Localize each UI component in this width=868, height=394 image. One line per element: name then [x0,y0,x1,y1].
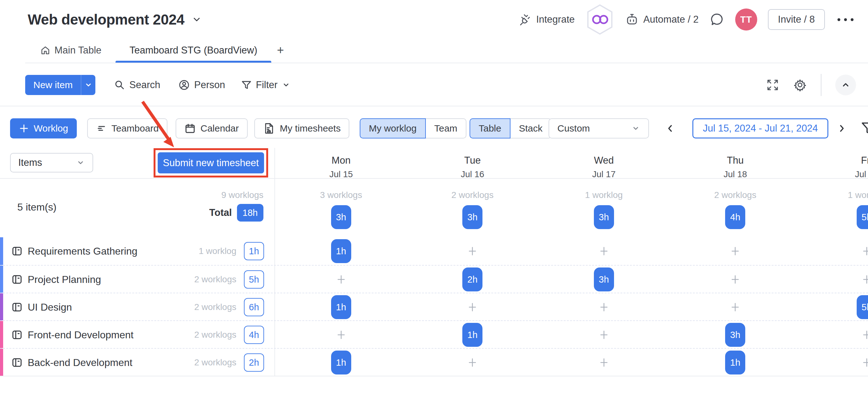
table-row[interactable]: Back-end Development 2 worklogs 2h 1h 1h [0,348,868,376]
add-worklog-icon [861,274,868,285]
worklog-cell[interactable] [275,266,407,293]
worklog-cell[interactable] [801,349,868,376]
new-item-caret[interactable] [81,75,95,95]
settings-gear-icon[interactable] [793,78,807,92]
worklog-cell[interactable] [670,266,801,293]
worklog-cell[interactable] [670,293,801,321]
worklog-cell[interactable]: 3h [670,321,801,349]
integration-badge[interactable] [585,4,614,35]
item-rows: Requirements Gathering 1 worklog 1h 1h P… [0,237,868,376]
next-week-button[interactable] [835,121,848,135]
teamboard-view-button[interactable]: Teamboard [87,118,167,139]
worklog-cell[interactable]: 1h [275,349,407,376]
table-row[interactable]: Project Planning 2 worklogs 5h 2h 3h [0,265,868,293]
avatar-initials: TT [740,14,752,25]
invite-button[interactable]: Invite / 8 [768,9,825,30]
date-range-picker[interactable]: Jul 15, 2024 - Jul 21, 2024 [692,118,828,139]
worklog-cell[interactable] [538,321,670,349]
board-toolbar: New item Search Person Filter [0,69,868,106]
more-options-icon[interactable] [836,18,856,21]
calendar-view-button[interactable]: Calendar [176,118,248,139]
worklog-cell[interactable]: 1h [670,349,801,376]
tabs-divider [25,63,868,63]
add-worklog-icon [598,329,610,340]
item-worklog-count: 2 worklogs [194,358,236,368]
item-total-badge[interactable]: 4h [244,326,264,344]
scope-team[interactable]: Team [426,118,466,139]
worklog-cell[interactable]: 1h [275,293,407,321]
integrate-button[interactable]: Integrate [519,13,575,26]
tab-main-table[interactable]: Main Table [40,45,101,56]
chevron-down-icon [282,81,290,89]
tab-board-view[interactable]: Teamboard STG (BoardView) [116,45,271,56]
my-timesheets-button[interactable]: My timesheets [254,118,349,139]
day-headers: MonJul 15 TueJul 16 WedJul 17 ThuJul 18 … [275,148,868,179]
worklog-cell[interactable] [407,293,538,321]
fullscreen-icon[interactable] [766,78,779,92]
item-name[interactable]: Requirements Gathering [28,245,137,257]
day-header: TueJul 16 [407,148,538,179]
collapse-header-button[interactable] [835,74,856,95]
search-button[interactable]: Search [114,75,160,95]
item-name[interactable]: Project Planning [28,274,101,285]
board-title-wrap[interactable]: Web development 2024 [28,11,202,28]
tab-main-table-label: Main Table [55,45,101,56]
total-hours-badge: 18h [237,204,264,221]
scope-my-worklog[interactable]: My worklog [360,118,426,139]
filter-button[interactable]: Filter [241,75,290,95]
layout-toggle: Table Stack [470,118,552,139]
avatar[interactable]: TT [735,8,757,31]
item-name[interactable]: UI Design [28,301,72,313]
person-filter-button[interactable]: Person [178,75,225,95]
add-worklog-icon [467,357,478,368]
period-select[interactable]: Custom [549,118,649,139]
items-selector[interactable]: Items [10,153,93,173]
new-item-button[interactable]: New item [25,75,95,95]
worklog-cell[interactable] [407,349,538,376]
table-row[interactable]: UI Design 2 worklogs 6h 1h 5h [0,293,868,321]
worklog-cell[interactable]: 2h [407,266,538,293]
item-total-badge[interactable]: 6h [244,298,264,316]
chat-icon[interactable] [709,12,724,27]
item-name[interactable]: Back-end Development [28,357,132,368]
person-icon [178,79,190,91]
plug-icon [519,13,532,26]
worklog-cell[interactable] [538,293,670,321]
worklog-cell[interactable] [801,237,868,265]
add-worklog-icon [336,274,347,285]
timesheet-document-icon [263,122,275,134]
worklog-cell[interactable] [670,237,801,265]
layout-stack[interactable]: Stack [510,118,552,139]
item-total-badge[interactable]: 1h [244,242,264,260]
worklog-cell[interactable] [801,266,868,293]
worklog-cell[interactable]: 5h [801,293,868,321]
worklog-cell[interactable] [538,237,670,265]
table-row[interactable]: Requirements Gathering 1 worklog 1h 1h [0,237,868,265]
automate-button[interactable]: Automate / 2 [625,12,699,26]
chevron-down-icon [631,124,640,133]
item-total-badge[interactable]: 5h [244,270,264,289]
submit-new-timesheet-button[interactable]: Submit new timesheet [158,152,264,173]
toolbar-right [766,73,856,96]
worklog-cell[interactable] [538,349,670,376]
previous-week-button[interactable] [663,121,677,135]
total-label: Total [209,207,232,218]
board-item-icon [11,274,23,285]
worklog-cell[interactable] [275,321,407,349]
worklog-cell[interactable]: 1h [275,237,407,265]
worklog-cell[interactable] [407,237,538,265]
filter-funnel-icon[interactable] [861,120,868,137]
worklog-cell[interactable]: 1h [407,321,538,349]
item-name[interactable]: Front-end Development [28,329,133,341]
worklog-cell[interactable]: 3h [538,266,670,293]
table-row[interactable]: Front-end Development 2 worklogs 4h 1h 3… [0,321,868,348]
chevron-down-icon[interactable] [191,14,202,25]
rows-bottom-line [0,376,868,376]
add-worklog-button[interactable]: Worklog [10,118,77,139]
item-total-badge[interactable]: 2h [244,354,264,372]
add-worklog-icon [467,245,478,257]
add-tab-button[interactable]: + [277,43,284,57]
worklog-cell[interactable] [801,321,868,349]
toolbar-divider [821,74,822,96]
layout-table[interactable]: Table [470,118,510,139]
